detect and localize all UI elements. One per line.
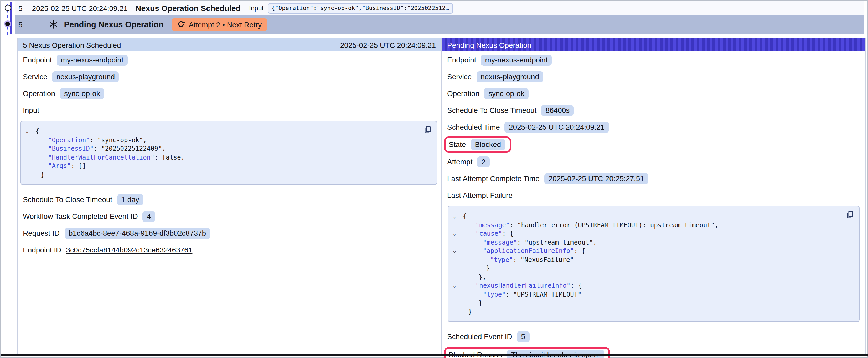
collapse-chevron-icon[interactable]: ⌄ (453, 213, 456, 220)
field-value-chip: sync-op-ok (484, 88, 529, 99)
timeline-event-open-circle (4, 5, 11, 11)
event-name: Pending Nexus Operation (64, 20, 164, 29)
attempt-retry-badge-label: Attempt 2 • Next Retry (189, 20, 262, 29)
json-line: "Args": [] (24, 162, 432, 170)
field-label: Request ID (23, 229, 60, 237)
collapse-chevron-icon[interactable]: ⌄ (453, 247, 456, 255)
event-detail-panel-scheduled: 5 Nexus Operation Scheduled 2025-02-25 U… (17, 38, 442, 354)
json-line: } (24, 170, 432, 179)
workflow-history-view: 5 2025-02-25 UTC 20:24:09.21 Nexus Opera… (0, 0, 868, 358)
input-preview-chip[interactable]: {"Operation":"sync-op-ok","BusinessID":"… (268, 3, 453, 13)
input-label: Input (249, 4, 264, 12)
field-label: Operation (447, 89, 479, 98)
field-label: Scheduled Time (447, 123, 500, 131)
field-label: Input (23, 106, 39, 115)
field-attempt: Attempt 2 (442, 153, 865, 170)
json-line: }, (451, 273, 855, 281)
collapse-chevron-icon[interactable]: ⌄ (453, 230, 456, 237)
bottom-divider-line (1, 354, 868, 356)
event-id-link[interactable]: 5 (19, 4, 23, 12)
field-operation: Operation sync-op-ok (442, 85, 865, 102)
event-timestamp: 2025-02-25 UTC 20:24:09.21 (32, 4, 128, 12)
field-last-attempt-complete-time: Last Attempt Complete Time 2025-02-25 UT… (442, 170, 865, 187)
field-value-chip: my-nexus-endpoint (481, 54, 552, 65)
field-input-label: Input (18, 102, 441, 119)
json-line: ⌄{ (451, 212, 855, 221)
json-line: "message": "handler error (UPSTREAM_TIME… (451, 221, 855, 229)
field-last-attempt-failure-label: Last Attempt Failure (442, 187, 865, 204)
field-request-id: Request ID b1c6a4bc-8ee7-468a-9169-df3b0… (18, 225, 441, 241)
pending-nexus-operation-panel: Pending Nexus Operation Endpoint my-nexu… (442, 38, 866, 354)
field-label: Schedule To Close Timeout (447, 106, 536, 115)
collapse-chevron-icon[interactable]: ⌄ (453, 282, 456, 289)
field-value-chip: 2025-02-25 UTC 20:25:27.51 (544, 173, 648, 184)
field-operation: Operation sync-op-ok (18, 85, 441, 102)
json-line: "message": "upstream timeout", (451, 238, 855, 247)
blocked-reason-highlight-box: Blocked Reason The circuit breaker is op… (444, 347, 610, 358)
json-line: } (451, 307, 855, 316)
history-row-pending-nexus-operation[interactable]: 5 Pending Nexus Operation Attempt 2 • Ne… (15, 15, 864, 34)
event-name: Nexus Operation Scheduled (135, 4, 241, 12)
field-value-chip: 2 (477, 156, 490, 167)
field-scheduled-event-id: Scheduled Event ID 5 (442, 328, 865, 345)
field-label: Workflow Task Completed Event ID (23, 212, 138, 221)
field-label: Last Attempt Complete Time (447, 174, 539, 183)
field-label: State (449, 140, 466, 149)
state-value-chip: Blocked (470, 139, 505, 150)
retry-icon (177, 21, 185, 28)
json-line: } (451, 299, 855, 307)
timeline-event-filled-circle (4, 21, 11, 27)
pending-asterisk-icon (49, 20, 58, 29)
event-history-list: 5 2025-02-25 UTC 20:24:09.21 Nexus Opera… (1, 1, 864, 34)
field-value-chip: my-nexus-endpoint (57, 54, 128, 65)
field-state: State Blocked (442, 135, 865, 153)
field-scheduled-time: Scheduled Time 2025-02-25 UTC 20:24:09.2… (442, 119, 865, 135)
field-label: Last Attempt Failure (447, 191, 513, 199)
panel-title: 5 Nexus Operation Scheduled (23, 41, 121, 49)
state-highlight-box: State Blocked (444, 136, 511, 153)
field-schedule-to-close-timeout: Schedule To Close Timeout 86400s (442, 102, 865, 119)
field-value-chip: 4 (143, 211, 155, 222)
field-label: Endpoint (23, 56, 52, 64)
field-value-chip: 5 (517, 331, 530, 342)
endpoint-id-link[interactable]: 3c0c75ccfa8144b092c13ce632463761 (66, 246, 192, 254)
field-label: Endpoint (447, 56, 476, 64)
field-label: Service (23, 72, 47, 81)
field-blocked-reason: Blocked Reason The circuit breaker is op… (442, 346, 865, 358)
field-value-chip: nexus-playground (476, 71, 543, 82)
json-line: } (451, 264, 855, 273)
attempt-retry-badge: Attempt 2 • Next Retry (172, 18, 267, 31)
history-row-nexus-operation-scheduled[interactable]: 5 2025-02-25 UTC 20:24:09.21 Nexus Opera… (15, 1, 864, 15)
last-attempt-failure-json-viewer: ⌄{"message": "handler error (UPSTREAM_TI… (448, 206, 860, 322)
field-value-chip: b1c6a4bc-8ee7-468a-9169-df3b02c8737b (64, 228, 210, 238)
json-line: ⌄"applicationFailureInfo": { (451, 247, 855, 255)
field-service: Service nexus-playground (18, 68, 441, 85)
field-label: Attempt (447, 158, 473, 166)
field-label: Endpoint ID (23, 246, 61, 254)
panel-timestamp: 2025-02-25 UTC 20:24:09.21 (340, 41, 436, 49)
field-value-chip: 2025-02-25 UTC 20:24:09.21 (505, 122, 609, 133)
field-value-chip: 1 day (117, 194, 144, 205)
field-workflow-task-completed-event-id: Workflow Task Completed Event ID 4 (18, 208, 441, 225)
field-service: Service nexus-playground (442, 68, 865, 85)
json-line: "type": "NexusFailure" (451, 255, 855, 264)
json-line: "BusinessID": "20250225122409", (24, 144, 432, 153)
field-label: Schedule To Close Timeout (23, 195, 112, 204)
collapse-chevron-icon[interactable]: ⌄ (26, 128, 29, 135)
field-label: Operation (23, 89, 55, 98)
blocked-reason-value-chip: The circuit breaker is open. (507, 349, 604, 358)
panel-header-pending: Pending Nexus Operation (442, 38, 865, 52)
field-endpoint: Endpoint my-nexus-endpoint (18, 52, 441, 68)
event-id-link[interactable]: 5 (19, 20, 23, 29)
input-json-viewer: ⌄{"Operation": "sync-op-ok","BusinessID"… (20, 121, 437, 185)
field-endpoint-id: Endpoint ID 3c0c75ccfa8144b092c13ce63246… (18, 241, 441, 258)
field-value-chip: nexus-playground (52, 71, 119, 82)
field-endpoint: Endpoint my-nexus-endpoint (442, 52, 865, 68)
panel-header-scheduled: 5 Nexus Operation Scheduled 2025-02-25 U… (18, 38, 441, 52)
panel-title: Pending Nexus Operation (447, 41, 531, 49)
json-line: "Operation": "sync-op-ok", (24, 136, 432, 144)
field-value-chip: sync-op-ok (60, 88, 104, 99)
field-value-chip: 86400s (541, 105, 574, 116)
json-line: ⌄"nexusHandlerFailureInfo": { (451, 281, 855, 290)
field-label: Scheduled Event ID (447, 332, 512, 341)
